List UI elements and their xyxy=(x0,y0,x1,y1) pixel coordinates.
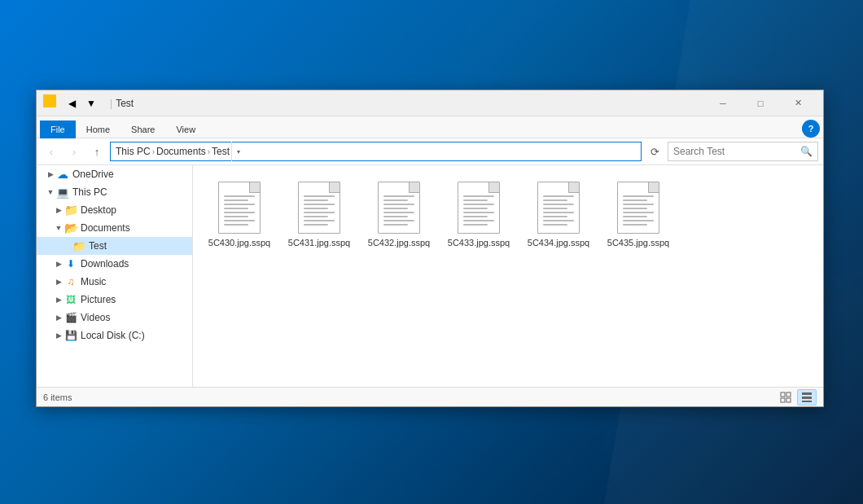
medium-icons-svg xyxy=(780,392,791,403)
sidebar-item-downloads[interactable]: ▶ ⬇ Downloads xyxy=(37,255,192,273)
file-name: 5C432.jpg.sspq xyxy=(368,237,430,248)
doc-line xyxy=(224,199,248,201)
doc-line xyxy=(224,208,248,209)
doc-lines xyxy=(623,195,654,228)
file-icon-container xyxy=(213,178,265,237)
doc-line xyxy=(383,224,408,226)
file-icon-container xyxy=(293,178,345,237)
doc-line xyxy=(463,212,494,213)
file-name: 5C433.jpg.sspq xyxy=(448,237,510,248)
file-item[interactable]: 5C433.jpg.sspq xyxy=(442,175,515,252)
address-bar-row: ‹ › ↑ This PC › Documents › Test ▾ ⟳ 🔍 xyxy=(37,138,823,165)
sidebar-item-documents[interactable]: ▼ 📂 Documents xyxy=(37,219,192,237)
doc-line xyxy=(383,212,414,213)
search-box[interactable]: 🔍 xyxy=(668,142,818,161)
expander-videos[interactable]: ▶ xyxy=(53,312,64,323)
file-item[interactable]: 5C430.jpg.sspq xyxy=(203,175,276,252)
file-icon-container xyxy=(612,178,664,237)
view-medium-icons-button[interactable] xyxy=(776,389,795,405)
svg-rect-3 xyxy=(786,398,791,402)
sidebar-item-localdisk[interactable]: ▶ 💾 Local Disk (C:) xyxy=(37,327,192,344)
sidebar-label-test: Test xyxy=(89,240,107,252)
doc-line xyxy=(543,220,574,221)
refresh-button[interactable]: ⟳ xyxy=(645,142,664,161)
expander-desktop[interactable]: ▶ xyxy=(53,204,64,216)
sidebar-item-thispc[interactable]: ▼ 💻 This PC xyxy=(37,183,192,201)
status-bar: 6 items xyxy=(37,387,823,406)
doc-line xyxy=(543,204,574,205)
quick-access-down[interactable]: ▼ xyxy=(82,94,100,112)
address-dropdown[interactable]: ▾ xyxy=(231,142,244,161)
svg-rect-4 xyxy=(802,392,812,395)
title-bar: ◀ ▼ | Test ─ □ ✕ xyxy=(37,90,823,116)
large-icons-svg xyxy=(801,392,813,403)
sidebar-item-onedrive[interactable]: ▶ ☁ OneDrive xyxy=(37,165,192,183)
svg-rect-0 xyxy=(781,392,785,397)
doc-line xyxy=(543,208,567,209)
forward-button[interactable]: › xyxy=(64,142,84,161)
folder-icon-documents: 📂 xyxy=(64,221,77,234)
expander-pictures[interactable]: ▶ xyxy=(53,294,64,305)
sidebar-item-music[interactable]: ▶ ♫ Music xyxy=(37,273,192,291)
file-name: 5C435.jpg.sspq xyxy=(607,237,669,248)
doc-line xyxy=(304,195,335,197)
cloud-icon: ☁ xyxy=(56,168,69,181)
view-large-icons-button[interactable] xyxy=(797,389,817,405)
close-button[interactable]: ✕ xyxy=(779,90,817,116)
expander-music[interactable]: ▶ xyxy=(53,276,64,287)
window-controls: ─ □ ✕ xyxy=(704,90,817,116)
view-toggle xyxy=(776,389,817,405)
drive-icon: 💾 xyxy=(64,329,77,342)
doc-line xyxy=(463,204,494,205)
tab-view[interactable]: View xyxy=(165,121,206,138)
sidebar-label-downloads: Downloads xyxy=(81,258,129,270)
computer-icon: 💻 xyxy=(56,186,69,199)
quick-access-back[interactable]: ◀ xyxy=(63,94,81,112)
expander-localdisk[interactable]: ▶ xyxy=(53,330,64,341)
file-item[interactable]: 5C434.jpg.sspq xyxy=(522,175,595,252)
file-item[interactable]: 5C435.jpg.sspq xyxy=(602,175,675,252)
title-separator: | xyxy=(110,98,112,109)
file-icon-container xyxy=(373,178,425,237)
tab-home[interactable]: Home xyxy=(76,121,120,138)
svg-rect-1 xyxy=(786,392,791,397)
up-button[interactable]: ↑ xyxy=(87,142,107,161)
tab-file[interactable]: File xyxy=(40,121,76,138)
file-item[interactable]: 5C432.jpg.sspq xyxy=(362,175,436,252)
doc-line xyxy=(224,220,255,221)
maximize-button[interactable]: □ xyxy=(742,90,779,116)
search-icon[interactable]: 🔍 xyxy=(800,146,813,157)
expander-downloads[interactable]: ▶ xyxy=(53,258,64,270)
search-input[interactable] xyxy=(673,146,800,157)
address-path[interactable]: This PC › Documents › Test ▾ xyxy=(110,142,642,161)
file-icon-doc xyxy=(617,182,659,234)
doc-lines xyxy=(304,195,335,228)
back-button[interactable]: ‹ xyxy=(42,142,61,161)
doc-line xyxy=(543,224,567,226)
expander-thispc[interactable]: ▼ xyxy=(45,186,56,198)
file-icon-doc xyxy=(458,182,500,234)
main-area: ▶ ☁ OneDrive ▼ 💻 This PC ▶ 📁 Desktop ▼ 📂… xyxy=(37,165,823,387)
sidebar-item-pictures[interactable]: ▶ 🖼 Pictures xyxy=(37,291,192,309)
doc-line xyxy=(623,195,654,197)
minimize-button[interactable]: ─ xyxy=(704,90,742,116)
path-segment-documents: Documents xyxy=(156,146,206,157)
path-segment-test: Test xyxy=(212,146,230,157)
sidebar-item-videos[interactable]: ▶ 🎬 Videos xyxy=(37,309,192,327)
doc-line xyxy=(463,195,494,197)
file-item[interactable]: 5C431.jpg.sspq xyxy=(283,175,356,252)
expander-onedrive[interactable]: ▶ xyxy=(45,169,56,180)
sidebar-label-localdisk: Local Disk (C:) xyxy=(81,330,145,341)
status-item-count: 6 items xyxy=(43,392,72,402)
doc-line xyxy=(383,208,408,209)
tab-share[interactable]: Share xyxy=(120,121,165,138)
doc-line xyxy=(304,208,328,209)
title-bar-folder-icon xyxy=(43,94,56,107)
doc-lines xyxy=(463,195,494,228)
sidebar-item-test[interactable]: 📁 Test xyxy=(37,237,192,255)
folder-icon-desktop: 📁 xyxy=(64,204,77,217)
help-button[interactable]: ? xyxy=(802,120,820,138)
sidebar-item-desktop[interactable]: ▶ 📁 Desktop xyxy=(37,201,192,219)
expander-documents[interactable]: ▼ xyxy=(53,222,64,234)
file-icon-doc xyxy=(537,182,580,234)
